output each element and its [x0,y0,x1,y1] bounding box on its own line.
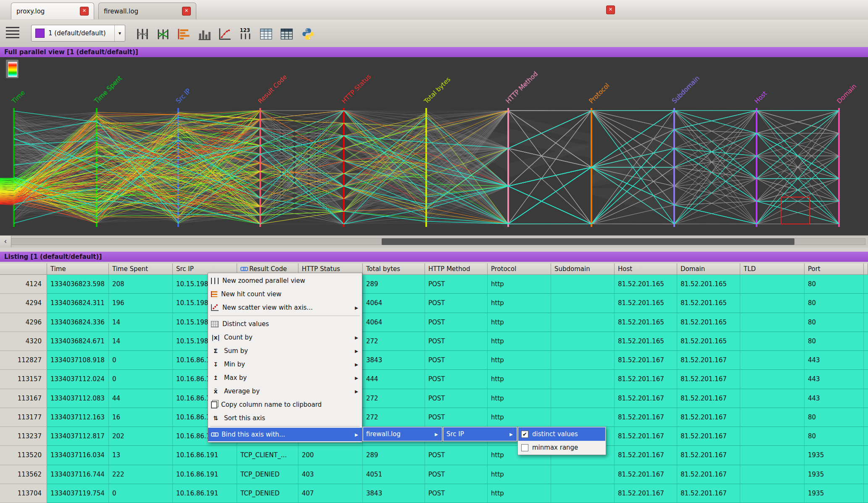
table-cell[interactable]: 272 [363,332,425,351]
table-cell[interactable]: 81.52.201.167 [677,370,740,389]
table-cell[interactable]: POST [425,370,488,389]
table-cell[interactable]: http [488,332,551,351]
row-id[interactable]: 113157 [0,370,47,389]
menu-item-firewall-log[interactable]: firewall.log▶ [363,427,442,441]
table-cell[interactable]: POST [425,389,488,408]
table-cell[interactable]: 10.16.86.191 [173,484,237,503]
menu-item-bind-this-axis-with[interactable]: Bind this axis with...▶ [208,428,362,441]
tab-proxy-log[interactable]: proxy.log ✕ [11,3,94,19]
table-cell[interactable]: 208 [109,275,173,294]
table-cell[interactable]: POST [425,313,488,332]
selection-rectangle[interactable] [781,197,810,224]
table-cell[interactable]: 81.52.201.167 [677,389,740,408]
table-cell[interactable] [551,294,615,313]
menu-item-new-hit-count-view[interactable]: New hit count view [208,287,362,301]
table-cell[interactable] [551,408,615,427]
row-id[interactable]: 4296 [0,313,47,332]
table-cell[interactable] [551,484,615,503]
table-row[interactable]: 1128271334037108.918010.16.86.1913843POS… [0,351,868,370]
column-header-subdomain[interactable]: Subdomain [551,263,615,275]
row-id[interactable]: 4320 [0,332,47,351]
count-123-view-button[interactable]: 123 [237,25,254,43]
column-header-domain[interactable]: Domain [677,263,740,275]
table-cell[interactable]: 0 [109,370,173,389]
table-cell[interactable] [551,465,615,484]
column-header-port[interactable]: Port [805,263,864,275]
colormap-button[interactable] [6,60,18,78]
table-row[interactable]: 1131671334037112.0834410.16.86.191272POS… [0,389,868,408]
menu-item-sum-by[interactable]: ΣSum by▶ [208,344,362,358]
table-cell[interactable]: 16 [109,408,173,427]
python-console-button[interactable] [299,25,317,43]
table-cell[interactable]: 1334037112.083 [47,389,109,408]
checkbox-checked-icon[interactable]: ✔ [521,431,528,438]
table-cell[interactable]: 81.52.201.165 [615,313,677,332]
scrollbar-thumb[interactable] [382,238,794,245]
table-cell[interactable] [740,427,805,446]
table-cell[interactable]: 81.52.201.167 [615,389,677,408]
table-cell[interactable]: TCP_CLIENT_... [237,446,298,465]
table-cell[interactable]: http [488,275,551,294]
menu-item-new-scatter-view-with-axis[interactable]: New scatter view with axis...▶ [208,301,362,314]
table-cell[interactable]: 4064 [363,294,425,313]
table-cell[interactable]: http [488,313,551,332]
row-id[interactable]: 113167 [0,389,47,408]
table-cell[interactable]: 1334037116.744 [47,465,109,484]
table-cell[interactable]: http [488,465,551,484]
table-row[interactable]: 41241334036823.59820810.15.198.289POSTht… [0,275,868,294]
row-id[interactable]: 112827 [0,351,47,370]
table-cell[interactable]: 1334037116.034 [47,446,109,465]
table-cell[interactable]: 81.52.201.167 [677,465,740,484]
new-scatter-view-button[interactable] [216,25,234,43]
column-header-http-method[interactable]: HTTP Method [425,263,488,275]
checkbox-unchecked-icon[interactable] [521,444,528,451]
table-cell[interactable] [551,351,615,370]
table-cell[interactable] [551,313,615,332]
table-cell[interactable]: POST [425,408,488,427]
table-cell[interactable]: 81.52.201.165 [615,332,677,351]
menu-item-src-ip[interactable]: Src IP▶ [443,427,517,441]
table-cell[interactable]: 44 [109,389,173,408]
table-cell[interactable]: POST [425,484,488,503]
table-cell[interactable]: 3843 [363,484,425,503]
row-id[interactable]: 113237 [0,427,47,446]
menu-list-icon[interactable] [6,27,19,39]
table-cell[interactable]: http [488,351,551,370]
new-parallel-view-button[interactable] [134,25,151,43]
table-cell[interactable]: 196 [109,294,173,313]
table-cell[interactable]: 272 [363,389,425,408]
chevron-down-icon[interactable]: ▾ [114,25,125,41]
table-cell[interactable]: http [488,484,551,503]
table-cell[interactable]: POST [425,275,488,294]
table-cell[interactable] [740,446,805,465]
table-cell[interactable]: 443 [805,389,864,408]
table-cell[interactable] [551,389,615,408]
table-cell[interactable]: 407 [298,484,363,503]
row-id[interactable]: 113704 [0,484,47,503]
table-cell[interactable]: 81.52.201.165 [677,294,740,313]
column-header-host[interactable]: Host [615,263,677,275]
view-selector-dropdown[interactable]: 1 (default/default) ▾ [31,25,125,42]
table-cell[interactable]: 0 [109,351,173,370]
bind-option-minmax-range[interactable]: minmax range [518,441,605,454]
table-row[interactable]: 1135621334037116.74422210.16.86.191TCP_D… [0,465,868,484]
table-cell[interactable]: 1334037108.918 [47,351,109,370]
table-cell[interactable]: http [488,294,551,313]
menu-item-new-zoomed-parallel-view[interactable]: New zoomed parallel view [208,274,362,287]
close-tab-icon[interactable]: ✕ [80,7,89,16]
tab-firewall-log[interactable]: firewall.log ✕ [98,3,196,19]
bar-graph-view-button[interactable] [195,25,213,43]
table-cell[interactable]: POST [425,465,488,484]
table-cell[interactable]: 289 [363,446,425,465]
table-cell[interactable]: 80 [805,332,864,351]
table-cell[interactable]: 272 [363,408,425,427]
table-cell[interactable]: POST [425,351,488,370]
table-cell[interactable]: 14 [109,313,173,332]
column-header-time-spent[interactable]: Time Spent [109,263,173,275]
row-id[interactable]: 4124 [0,275,47,294]
table-cell[interactable]: 1334036823.598 [47,275,109,294]
table-cell[interactable]: 81.52.201.165 [677,313,740,332]
table-cell[interactable]: 81.52.201.167 [677,408,740,427]
table-cell[interactable]: 81.52.201.167 [677,484,740,503]
table-cell[interactable]: 14 [109,332,173,351]
